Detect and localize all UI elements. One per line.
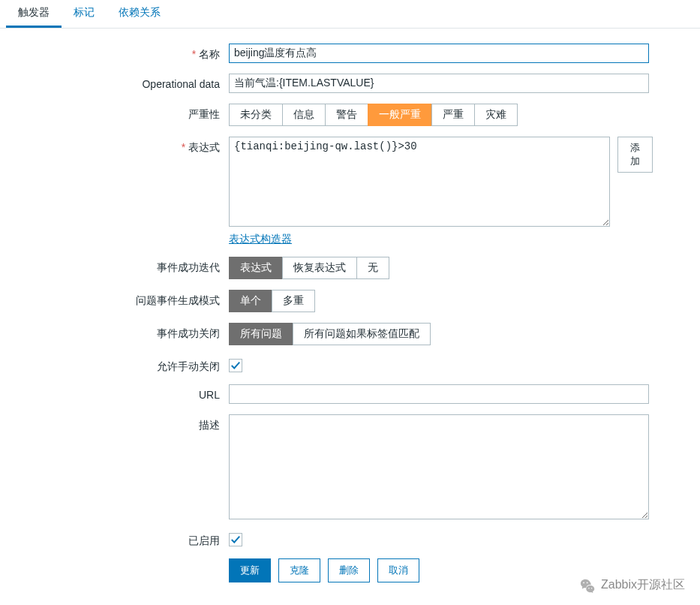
label-opdata: Operational data: [8, 74, 229, 90]
wechat-icon: [580, 578, 596, 593]
label-enabled: 已启用: [8, 530, 229, 548]
severity-0[interactable]: 未分类: [229, 104, 283, 126]
enabled-checkbox[interactable]: [229, 533, 242, 546]
ok-close-group: 所有问题 所有问题如果标签值匹配: [229, 323, 431, 345]
label-severity: 严重性: [8, 104, 229, 122]
ok-close-tags[interactable]: 所有问题如果标签值匹配: [293, 323, 431, 345]
add-button[interactable]: 添加: [617, 137, 653, 173]
severity-4[interactable]: 严重: [431, 104, 475, 126]
label-manual-close: 允许手动关闭: [8, 356, 229, 374]
severity-1[interactable]: 信息: [282, 104, 326, 126]
tab-trigger[interactable]: 触发器: [6, 0, 62, 28]
label-url: URL: [8, 384, 229, 401]
ok-iter-group: 表达式 恢复表达式 无: [229, 257, 389, 279]
prob-mode-multiple[interactable]: 多重: [272, 290, 315, 312]
tab-dependencies[interactable]: 依赖关系: [107, 0, 173, 28]
severity-2[interactable]: 警告: [325, 104, 368, 126]
tab-tags[interactable]: 标记: [62, 0, 107, 28]
severity-5[interactable]: 灾难: [474, 104, 518, 126]
update-button[interactable]: 更新: [229, 558, 271, 582]
ok-iter-recovery[interactable]: 恢复表达式: [282, 257, 357, 279]
label-ok-close: 事件成功关闭: [8, 323, 229, 341]
watermark-text: Zabbix开源社区: [601, 577, 685, 593]
label-ok-iter: 事件成功迭代: [8, 257, 229, 275]
cancel-button[interactable]: 取消: [377, 558, 419, 582]
clone-button[interactable]: 克隆: [278, 558, 320, 582]
opdata-input[interactable]: [229, 74, 649, 93]
prob-mode-group: 单个 多重: [229, 290, 315, 312]
expression-textarea[interactable]: {tianqi:beijing-qw.last()}>30: [229, 137, 610, 227]
url-input[interactable]: [229, 384, 649, 404]
check-icon: [230, 534, 241, 545]
name-input[interactable]: [229, 44, 649, 63]
ok-close-all[interactable]: 所有问题: [229, 323, 293, 345]
severity-3[interactable]: 一般严重: [368, 104, 432, 126]
label-name: 名称: [8, 44, 229, 62]
label-expression: 表达式: [8, 137, 229, 155]
expression-builder-link[interactable]: 表达式构造器: [229, 233, 292, 245]
check-icon: [230, 360, 241, 371]
label-description: 描述: [8, 414, 229, 432]
prob-mode-single[interactable]: 单个: [229, 290, 272, 312]
ok-iter-expr[interactable]: 表达式: [229, 257, 283, 279]
tabs: 触发器 标记 依赖关系: [0, 0, 700, 29]
manual-close-checkbox[interactable]: [229, 359, 242, 372]
trigger-form: 名称 Operational data 严重性 未分类 信息 警告 一般严重 严…: [0, 29, 700, 605]
description-textarea[interactable]: [229, 414, 649, 519]
ok-iter-none[interactable]: 无: [356, 257, 389, 279]
label-prob-mode: 问题事件生成模式: [8, 290, 229, 308]
severity-group: 未分类 信息 警告 一般严重 严重 灾难: [229, 104, 518, 126]
delete-button[interactable]: 删除: [328, 558, 370, 582]
watermark: Zabbix开源社区: [580, 577, 685, 593]
